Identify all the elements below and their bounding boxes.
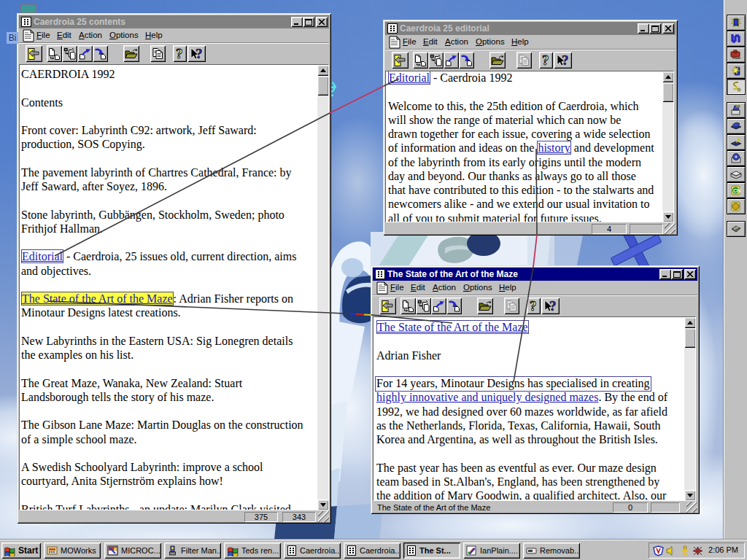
svg-text:?: ?	[530, 300, 537, 313]
svg-text:?: ?	[542, 54, 549, 67]
svg-text:CN: CN	[733, 188, 740, 193]
svg-text:?: ?	[176, 47, 183, 61]
